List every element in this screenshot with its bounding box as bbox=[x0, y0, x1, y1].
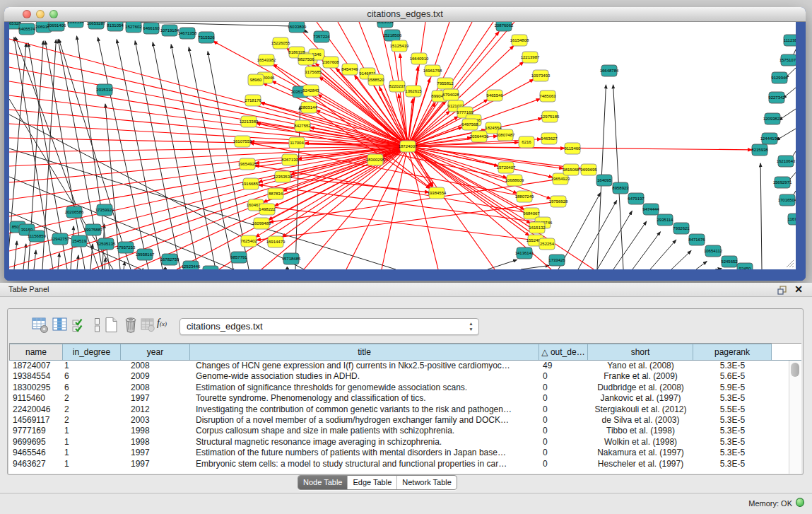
graph-node[interactable]: 7955812 bbox=[437, 78, 454, 89]
graph-node[interactable]: 16640910 bbox=[410, 53, 429, 64]
graph-node[interactable]: 8454749 bbox=[341, 64, 358, 75]
graph-node[interactable]: 14136141 bbox=[515, 247, 534, 259]
column-header-out_de[interactable]: △ out_de… bbox=[539, 344, 588, 360]
graph-node[interactable]: 16648784 bbox=[600, 65, 619, 76]
graph-node[interactable]: 9465546 bbox=[486, 90, 503, 101]
graph-node[interactable]: 15125419 bbox=[390, 40, 409, 52]
float-panel-icon[interactable] bbox=[777, 286, 787, 295]
graph-node[interactable]: 15218506 bbox=[383, 30, 402, 41]
graph-node[interactable]: 6216 bbox=[519, 136, 534, 148]
column-header-pagerank[interactable]: pagerank bbox=[693, 344, 772, 360]
graph-node[interactable]: 7932621 bbox=[673, 223, 690, 234]
graph-node[interactable]: 16961758 bbox=[423, 65, 442, 76]
close-window-button[interactable] bbox=[23, 10, 31, 18]
graph-node[interactable]: 10719184 bbox=[160, 25, 180, 36]
graph-node[interactable]: 6479197 bbox=[628, 193, 645, 204]
column-visibility-icon[interactable] bbox=[51, 316, 69, 334]
graph-node[interactable]: 15692971 bbox=[773, 177, 792, 188]
graph-node[interactable]: 17016504 bbox=[778, 194, 796, 206]
graph-node[interactable]: 20691406 bbox=[47, 22, 66, 31]
graph-node[interactable]: 16543382 bbox=[257, 54, 276, 66]
graph-node[interactable]: 9115460 bbox=[565, 143, 582, 154]
column-header-in_degree[interactable]: in_degree bbox=[63, 344, 121, 360]
graph-node[interactable]: 15720407 bbox=[497, 162, 516, 173]
graph-node[interactable]: 12444196 bbox=[760, 133, 779, 144]
graph-node[interactable]: 6466160 bbox=[143, 23, 160, 34]
graph-node[interactable]: 19384554 bbox=[428, 187, 447, 199]
select-all-icon[interactable] bbox=[71, 316, 88, 334]
graph-node[interactable]: 9129946 bbox=[771, 72, 788, 83]
graph-node[interactable]: 18724007 bbox=[399, 141, 418, 152]
minimize-window-button[interactable] bbox=[36, 10, 45, 18]
graph-node[interactable]: 1167533 bbox=[788, 214, 796, 225]
graph-node[interactable]: 9242843 bbox=[302, 85, 319, 96]
graph-node[interactable]: 9857791 bbox=[230, 252, 247, 263]
graph-node[interactable]: 1112384 bbox=[784, 35, 796, 46]
graph-node[interactable]: 2935114 bbox=[657, 214, 674, 226]
graph-node[interactable]: 18807249 bbox=[515, 191, 534, 202]
graph-node[interactable]: 16782759 bbox=[160, 254, 180, 265]
graph-node[interactable]: 9227342 bbox=[768, 92, 785, 103]
graph-node[interactable]: 15226055 bbox=[271, 37, 290, 49]
graph-node[interactable]: 2015310 bbox=[96, 84, 113, 95]
table-row[interactable]: 1456911722003Disruption of a novel membe… bbox=[9, 415, 801, 426]
table-row[interactable]: 2242004622012Investigating the contribut… bbox=[9, 404, 801, 415]
tab-edge-table[interactable]: Edge Table bbox=[348, 476, 397, 489]
graph-node[interactable]: 9474444 bbox=[642, 204, 659, 215]
graph-node[interactable]: 1588520 bbox=[367, 74, 384, 86]
graph-node[interactable]: 3175685 bbox=[305, 66, 322, 78]
new-table-icon[interactable] bbox=[102, 316, 120, 334]
graph-node[interactable]: 10654112 bbox=[704, 245, 723, 257]
graph-node[interactable]: 9827506 bbox=[298, 54, 314, 65]
graph-node[interactable]: 117004 bbox=[289, 137, 305, 148]
graph-node[interactable]: 16107553 bbox=[233, 136, 252, 147]
graph-node[interactable]: 12093822 bbox=[763, 113, 782, 124]
graph-node[interactable]: 8427552 bbox=[294, 120, 311, 132]
graph-node[interactable]: 8958923 bbox=[612, 182, 629, 194]
graph-node[interactable]: 16210643 bbox=[777, 156, 796, 167]
graph-node[interactable]: 164095 bbox=[596, 175, 612, 186]
graph-node[interactable]: 2093534 bbox=[67, 22, 84, 28]
graph-node[interactable]: 20876062 bbox=[495, 22, 514, 31]
scrollbar-thumb[interactable] bbox=[791, 363, 799, 377]
resize-grip[interactable] bbox=[784, 258, 794, 268]
graph-node[interactable]: 252254 bbox=[539, 238, 555, 250]
graph-node[interactable]: 10807487 bbox=[496, 129, 515, 141]
graph-node[interactable]: 12975185 bbox=[541, 111, 560, 122]
table-scrollbar[interactable] bbox=[789, 361, 801, 474]
graph-node[interactable]: 92450 bbox=[737, 263, 753, 269]
graph-node[interactable]: 9815068 bbox=[563, 164, 579, 175]
graph-node[interactable]: 12213383 bbox=[240, 116, 259, 127]
graph-node[interactable]: 7485063 bbox=[539, 90, 556, 102]
graph-node[interactable]: 16154808 bbox=[510, 35, 529, 46]
table-row[interactable]: 977716911998Corpus callosum shape and si… bbox=[9, 426, 801, 436]
graph-node[interactable]: 8220237 bbox=[389, 81, 406, 92]
graph-node[interactable]: 19756928 bbox=[549, 196, 568, 207]
graph-node[interactable]: 16914479 bbox=[266, 236, 286, 247]
graph-node[interactable]: 20364436 bbox=[470, 131, 489, 142]
graph-node[interactable]: 9463627 bbox=[541, 133, 558, 144]
graph-node[interactable]: 20206586 bbox=[65, 206, 84, 218]
graph-node[interactable]: 6794028 bbox=[442, 89, 459, 100]
graph-node[interactable]: 16033809 bbox=[288, 22, 307, 33]
graph-node[interactable]: 2367608 bbox=[322, 57, 339, 68]
table-row[interactable]: 946554611997Estimation of the future num… bbox=[9, 448, 801, 458]
graph-node[interactable]: 19975887 bbox=[84, 224, 103, 235]
graph-node[interactable]: 19654925 bbox=[238, 158, 257, 170]
graph-node[interactable]: 6405574 bbox=[18, 23, 35, 35]
memory-indicator[interactable] bbox=[796, 498, 804, 507]
table-select-dropdown[interactable]: citations_edges.txt ▲▼ bbox=[180, 318, 479, 335]
import-table-icon[interactable] bbox=[139, 316, 157, 334]
graph-node[interactable]: 15751074 bbox=[779, 54, 796, 66]
graph-node[interactable]: 8813054 bbox=[377, 22, 394, 28]
graph-node[interactable]: 17359924 bbox=[95, 204, 114, 216]
graph-node[interactable]: 2803144 bbox=[300, 102, 317, 113]
graph-node[interactable]: 1733426 bbox=[548, 255, 565, 266]
graph-node[interactable]: 6497568 bbox=[461, 119, 478, 130]
graph-node[interactable]: 92934 bbox=[203, 266, 218, 269]
table-settings-icon[interactable] bbox=[31, 316, 49, 334]
graph-node[interactable]: 8215938 bbox=[751, 144, 768, 156]
column-header-year[interactable]: year bbox=[121, 344, 190, 360]
graph-node[interactable]: 10973493 bbox=[531, 70, 551, 81]
graph-node[interactable]: 12505135 bbox=[97, 238, 116, 250]
